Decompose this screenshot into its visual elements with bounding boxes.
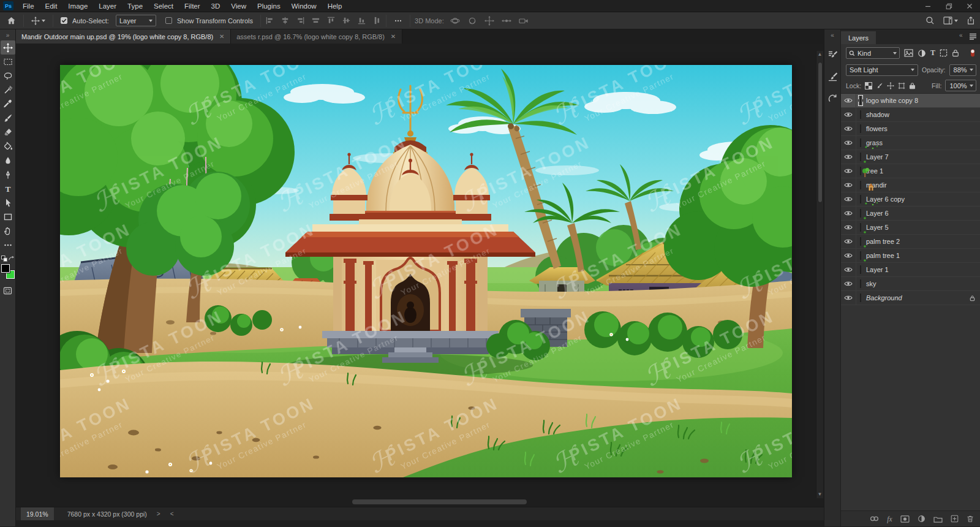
brush-settings-panel-icon[interactable] bbox=[824, 47, 840, 63]
filter-toggle[interactable] bbox=[969, 48, 976, 58]
layer-visibility-eye-icon[interactable] bbox=[841, 291, 856, 305]
rectangle-tool-icon[interactable] bbox=[1, 210, 15, 224]
layer-visibility-eye-icon[interactable] bbox=[841, 277, 856, 290]
eraser-tool-icon[interactable] bbox=[1, 125, 15, 139]
lock-artboard-icon[interactable] bbox=[898, 82, 905, 89]
canvas[interactable]: ℋPISTA TOONYour Creative PartnerℋPISTA T… bbox=[60, 65, 792, 477]
lock-transparent-icon[interactable] bbox=[865, 82, 872, 89]
distribute-horizontal-icon[interactable] bbox=[311, 16, 320, 25]
minimize-button[interactable] bbox=[918, 0, 938, 12]
drag-3d-icon[interactable] bbox=[484, 16, 494, 26]
layer-visibility-eye-icon[interactable] bbox=[841, 235, 856, 248]
share-icon[interactable] bbox=[967, 16, 975, 25]
document-tab-1[interactable]: Mandir Outdoor main up.psd @ 19% (logo w… bbox=[16, 29, 231, 44]
swap-colors-icon[interactable] bbox=[8, 256, 15, 262]
show-transform-checkbox[interactable]: Show Transform Controls bbox=[162, 16, 256, 26]
layer-thumbnail[interactable] bbox=[860, 181, 861, 189]
align-middle-vertical-icon[interactable] bbox=[342, 16, 351, 25]
layer-row-tree-1[interactable]: tree 1 bbox=[841, 164, 980, 178]
layer-thumbnail[interactable] bbox=[860, 124, 861, 133]
layer-row-palm-tree-2[interactable]: palm tree 2 bbox=[841, 235, 980, 249]
paint-bucket-tool-icon[interactable] bbox=[1, 139, 15, 153]
align-top-icon[interactable] bbox=[326, 16, 336, 25]
more-options-icon[interactable] bbox=[391, 15, 405, 26]
canvas-horizontal-scrollbar[interactable] bbox=[352, 499, 527, 504]
panel-menu-icon[interactable] bbox=[969, 33, 977, 40]
layer-row-mandir[interactable]: mandir bbox=[841, 178, 980, 192]
layer-visibility-eye-icon[interactable] bbox=[841, 108, 856, 121]
blend-mode-dropdown[interactable]: Soft Light bbox=[846, 64, 918, 76]
blur-tool-icon[interactable] bbox=[1, 153, 15, 167]
opacity-value[interactable]: 88% bbox=[949, 64, 976, 76]
menu-item-edit[interactable]: Edit bbox=[40, 1, 63, 12]
move-tool-icon[interactable] bbox=[1, 40, 15, 55]
layer-row-background[interactable]: Background bbox=[841, 291, 980, 305]
menu-item-filter[interactable]: Filter bbox=[179, 1, 206, 12]
layer-row-layer-6-copy[interactable]: Layer 6 copy bbox=[841, 192, 980, 207]
layer-visibility-eye-icon[interactable] bbox=[841, 221, 856, 234]
rectangular-marquee-tool-icon[interactable] bbox=[1, 55, 15, 69]
menu-item-image[interactable]: Image bbox=[62, 1, 93, 12]
menu-item-file[interactable]: File bbox=[17, 1, 40, 12]
layer-row-palm-tree-1[interactable]: palm tree 1 bbox=[841, 249, 980, 263]
adjustment-layer-filter-icon[interactable] bbox=[918, 49, 926, 58]
edit-toolbar-tool-icon[interactable] bbox=[1, 238, 15, 252]
brushes-panel-icon[interactable] bbox=[824, 69, 840, 85]
layer-visibility-eye-icon[interactable] bbox=[841, 150, 856, 164]
menu-item-window[interactable]: Window bbox=[286, 1, 322, 12]
menu-item-plugins[interactable]: Plugins bbox=[252, 1, 286, 12]
auto-select-checkbox[interactable]: Auto-Select: bbox=[58, 16, 112, 26]
vertical-scroll-thumb[interactable] bbox=[818, 62, 823, 203]
align-center-horizontal-icon[interactable] bbox=[281, 16, 290, 25]
new-adjustment-layer-icon[interactable] bbox=[918, 515, 925, 523]
menu-item-type[interactable]: Type bbox=[122, 1, 148, 12]
slide-3d-icon[interactable] bbox=[502, 16, 511, 26]
lock-position-icon[interactable] bbox=[887, 82, 894, 89]
layer-row-flowers[interactable]: flowers bbox=[841, 122, 980, 136]
layer-row-layer-7[interactable]: Layer 7 bbox=[841, 150, 980, 164]
roll-3d-icon[interactable] bbox=[467, 16, 477, 26]
history-panel-icon[interactable] bbox=[824, 91, 840, 107]
layer-thumbnail[interactable] bbox=[860, 279, 861, 288]
layer-row-layer-6[interactable]: Layer 6 bbox=[841, 207, 980, 221]
strip-collapse-icon[interactable]: « bbox=[831, 32, 834, 40]
move-tool-preset[interactable] bbox=[28, 15, 48, 26]
search-icon[interactable] bbox=[925, 16, 935, 25]
layer-thumbnail[interactable] bbox=[860, 223, 861, 232]
fill-value[interactable]: 100% bbox=[945, 80, 976, 91]
distribute-vertical-icon[interactable] bbox=[372, 16, 382, 25]
layer-visibility-eye-icon[interactable] bbox=[841, 207, 856, 220]
auto-select-target-dropdown[interactable]: Layer bbox=[116, 15, 156, 26]
status-next-icon[interactable]: > bbox=[157, 510, 160, 517]
status-prev-icon[interactable]: < bbox=[170, 510, 174, 517]
magic-wand-tool-icon[interactable] bbox=[1, 83, 15, 97]
new-layer-icon[interactable] bbox=[951, 515, 959, 523]
lasso-tool-icon[interactable] bbox=[1, 69, 15, 83]
layer-visibility-eye-icon[interactable] bbox=[841, 122, 856, 135]
layer-thumbnail[interactable] bbox=[860, 96, 861, 105]
camera-3d-icon[interactable] bbox=[519, 16, 529, 26]
layer-thumbnail[interactable] bbox=[860, 237, 861, 246]
layer-visibility-eye-icon[interactable] bbox=[841, 263, 856, 276]
layer-thumbnail[interactable] bbox=[860, 110, 861, 119]
shape-layer-filter-icon[interactable] bbox=[940, 49, 948, 57]
layer-row-sky[interactable]: sky bbox=[841, 277, 980, 291]
layer-row-layer-1[interactable]: Layer 1 bbox=[841, 263, 980, 277]
layer-thumbnail[interactable] bbox=[860, 153, 861, 161]
delete-layer-icon[interactable] bbox=[967, 515, 974, 523]
toolbar-collapse-icon[interactable]: » bbox=[6, 29, 10, 40]
panel-collapse-icon[interactable]: « bbox=[959, 32, 963, 39]
align-right-icon[interactable] bbox=[296, 16, 305, 25]
restore-button[interactable] bbox=[938, 0, 959, 12]
layer-thumbnail[interactable] bbox=[860, 195, 861, 203]
layer-row-layer-5[interactable]: Layer 5 bbox=[841, 221, 980, 235]
zoom-level-field[interactable]: 19.01% bbox=[21, 507, 54, 521]
layer-style-fx-icon[interactable]: fx bbox=[887, 515, 892, 523]
orbit-3d-icon[interactable] bbox=[450, 16, 460, 26]
home-icon[interactable] bbox=[4, 15, 19, 26]
lock-paint-icon[interactable] bbox=[876, 82, 883, 89]
type-layer-filter-icon[interactable]: T bbox=[930, 48, 935, 58]
layer-filter-kind-dropdown[interactable]: Kind bbox=[846, 47, 900, 59]
align-left-icon[interactable] bbox=[265, 16, 274, 25]
layer-thumbnail[interactable] bbox=[860, 209, 861, 218]
